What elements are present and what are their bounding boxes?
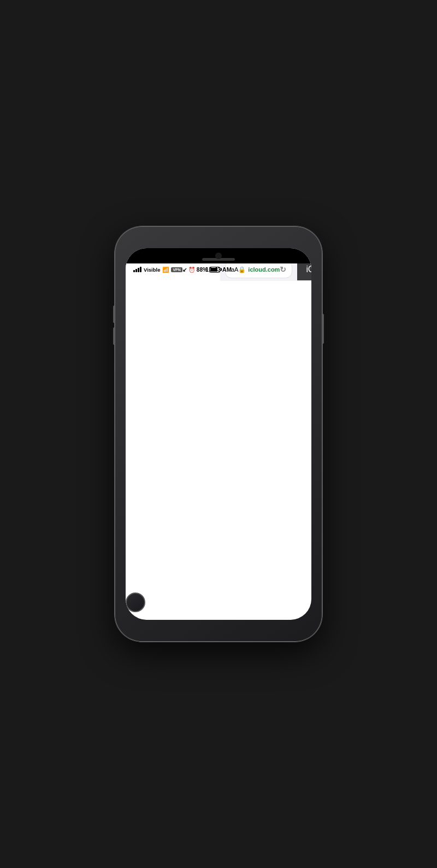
phone-frame: Visible 📶 VPN 10:43 AM ↙ ⏰ 88% aA <box>115 226 322 642</box>
url-bar[interactable]: aA 🔒 icloud.com ↻ <box>226 263 292 278</box>
status-right: ↙ ⏰ 88% <box>182 267 220 273</box>
lock-icon: 🔒 <box>238 266 246 273</box>
home-button[interactable] <box>126 593 145 612</box>
volume-up-button[interactable] <box>113 306 115 323</box>
speaker-grille <box>202 258 235 261</box>
screen-content: Visible 📶 VPN 10:43 AM ↙ ⏰ 88% aA <box>126 263 311 620</box>
reload-icon[interactable]: ↻ <box>280 265 286 274</box>
volume-down-button[interactable] <box>113 327 115 345</box>
url-display[interactable]: 🔒 icloud.com <box>238 266 280 273</box>
icloud-header: iCloud Andrew ˅ <box>297 263 311 280</box>
phone-screen: Visible 📶 VPN 10:43 AM ↙ ⏰ 88% aA <box>126 248 311 620</box>
status-bar: Visible 📶 VPN 10:43 AM ↙ ⏰ 88% aA <box>126 263 311 275</box>
battery-icon <box>209 267 220 273</box>
location-icon: ↙ <box>182 267 187 273</box>
status-left: Visible 📶 VPN <box>133 267 182 273</box>
notch-bar <box>126 248 311 263</box>
icloud-logo: iCloud <box>306 265 311 274</box>
signal-bar-3 <box>138 268 139 272</box>
alarm-icon: ⏰ <box>188 267 195 273</box>
url-bar-container: aA 🔒 icloud.com ↻ <box>220 263 298 281</box>
signal-bar-4 <box>140 267 141 272</box>
wifi-icon: 📶 <box>162 267 169 273</box>
power-button[interactable] <box>322 314 324 344</box>
url-text: icloud.com <box>248 266 280 273</box>
battery-fill <box>210 268 218 272</box>
carrier-name: Visible <box>144 267 160 273</box>
vpn-badge: VPN <box>171 267 182 272</box>
text-size-button[interactable]: aA <box>231 266 238 273</box>
signal-bars-icon <box>133 267 141 272</box>
signal-bar-1 <box>133 270 135 272</box>
signal-bar-2 <box>135 269 137 272</box>
